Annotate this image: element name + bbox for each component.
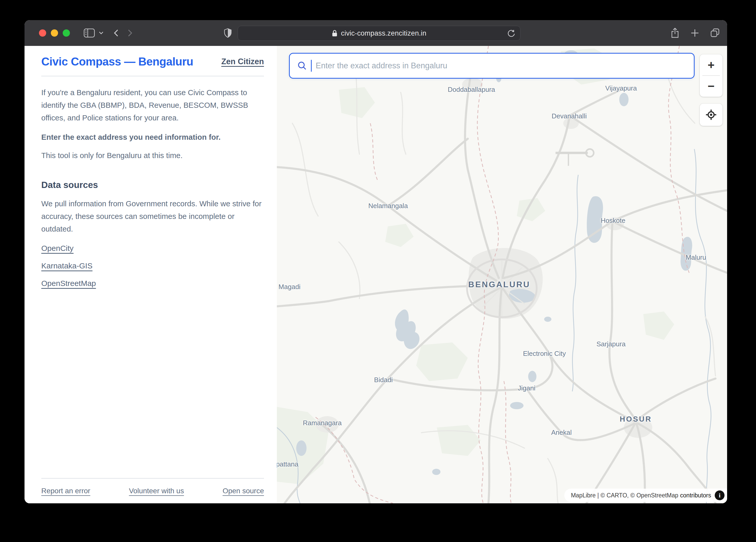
search-icon bbox=[297, 61, 307, 71]
map-label-bengaluru: BENGALURU bbox=[468, 280, 530, 289]
url-text: civic-compass.zencitizen.in bbox=[341, 29, 426, 37]
forward-button[interactable] bbox=[128, 29, 132, 37]
map-label: Anekal bbox=[551, 428, 572, 436]
map-label: Electronic City bbox=[523, 350, 566, 358]
share-icon[interactable] bbox=[670, 28, 680, 38]
map-label: Sarjapura bbox=[597, 340, 626, 348]
address-bar[interactable]: civic-compass.zencitizen.in bbox=[238, 26, 520, 41]
map-label: Vijayapura bbox=[605, 84, 637, 92]
lock-icon bbox=[332, 29, 338, 37]
report-error-link[interactable]: Report an error bbox=[41, 487, 90, 495]
address-search-box[interactable] bbox=[289, 53, 695, 79]
sidebar-toggle-icon[interactable] bbox=[83, 28, 95, 38]
instruction-text: Enter the exact address you need informa… bbox=[41, 131, 264, 143]
back-button[interactable] bbox=[114, 29, 118, 37]
map-label: Jigani bbox=[518, 384, 535, 392]
reload-icon[interactable] bbox=[507, 29, 516, 38]
privacy-shield-icon[interactable] bbox=[223, 28, 232, 38]
new-tab-icon[interactable] bbox=[690, 29, 699, 37]
attribution-contributors[interactable]: contributors bbox=[680, 492, 711, 499]
map-label: Bidadi bbox=[374, 376, 393, 384]
map-label: Hoskote bbox=[601, 217, 625, 225]
address-search-input[interactable] bbox=[316, 61, 687, 70]
zoom-controls: + − bbox=[700, 54, 722, 97]
openstreetmap-link[interactable]: OpenStreetMap bbox=[41, 279, 96, 288]
tab-overview-icon[interactable] bbox=[710, 28, 720, 38]
map-label: Devanahalli bbox=[552, 112, 587, 120]
zoom-out-button[interactable]: − bbox=[700, 76, 722, 97]
chevron-down-icon[interactable] bbox=[99, 31, 103, 35]
map-label: Ramanagara bbox=[303, 419, 342, 427]
traffic-lights bbox=[39, 29, 70, 37]
browser-window: civic-compass.zencitizen.in bbox=[25, 20, 727, 503]
sidebar-footer: Report an error Volunteer with us Open s… bbox=[41, 478, 264, 503]
zoom-in-button[interactable]: + bbox=[700, 54, 722, 75]
opencity-link[interactable]: OpenCity bbox=[41, 244, 74, 253]
map-label: pattana bbox=[277, 460, 298, 468]
map-label: Nelamangala bbox=[368, 202, 408, 210]
page-title: Civic Compass — Bengaluru bbox=[41, 55, 193, 68]
zen-citizen-link[interactable]: Zen Citizen bbox=[221, 57, 264, 66]
map-tiles bbox=[277, 46, 727, 503]
divider bbox=[41, 76, 264, 76]
geolocate-icon bbox=[705, 109, 717, 121]
data-sources-heading: Data sources bbox=[41, 180, 264, 190]
scope-note-text: This tool is only for Bengaluru at this … bbox=[41, 149, 264, 162]
intro-text: If you're a Bengaluru resident, you can … bbox=[41, 86, 264, 124]
map-attribution: MapLibre | © CARTO, © OpenStreetMap cont… bbox=[564, 489, 727, 502]
map-label: Maluru bbox=[686, 254, 706, 262]
minimize-window-button[interactable] bbox=[51, 29, 58, 37]
map-label-hosur: HOSUR bbox=[620, 415, 652, 423]
zoom-window-button[interactable] bbox=[63, 29, 70, 37]
data-sources-description: We pull information from Government reco… bbox=[41, 197, 264, 235]
sidebar: Civic Compass — Bengaluru Zen Citizen If… bbox=[25, 46, 277, 503]
karnataka-gis-link[interactable]: Karnataka-GIS bbox=[41, 262, 92, 270]
map-label: Doddaballapura bbox=[448, 86, 495, 94]
text-cursor bbox=[311, 60, 312, 72]
browser-toolbar: civic-compass.zencitizen.in bbox=[25, 20, 727, 46]
info-icon[interactable]: i bbox=[715, 490, 725, 500]
close-window-button[interactable] bbox=[39, 29, 46, 37]
attribution-text[interactable]: MapLibre | © CARTO, © OpenStreetMap bbox=[571, 492, 678, 499]
open-source-link[interactable]: Open source bbox=[223, 487, 264, 495]
map-label: Magadi bbox=[278, 283, 300, 291]
locate-me-button[interactable] bbox=[700, 104, 722, 126]
map-canvas[interactable]: Doddaballapura Vijayapura Devanahalli Ne… bbox=[277, 46, 727, 503]
volunteer-link[interactable]: Volunteer with us bbox=[129, 487, 184, 495]
